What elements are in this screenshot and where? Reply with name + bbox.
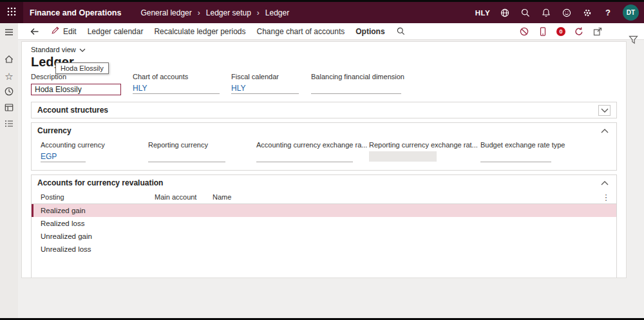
edit-button-label: Edit [63, 27, 77, 36]
sidebar-item-home[interactable] [0, 52, 18, 68]
expand-navigation-button[interactable] [0, 25, 18, 41]
fiscal-calendar-link[interactable]: HLY [231, 84, 245, 93]
waffle-icon [7, 7, 16, 19]
top-navigation-bar: Finance and Operations General ledger › … [0, 2, 644, 23]
posting-cell: Unrealized loss [41, 245, 155, 253]
section-title: Accounts for currency revaluation [37, 178, 163, 187]
grid-row-unrealized-gain[interactable]: Unrealized gain [32, 230, 616, 243]
posting-cell: Unrealized gain [41, 232, 155, 240]
page-content: Standard view Ledger Hoda Elossily Descr… [18, 40, 644, 318]
field-reporting-currency-exchange-rate: Reporting currency exchange rat... [369, 141, 480, 162]
notifications-bell-icon[interactable] [540, 7, 552, 19]
chevron-right-icon: › [198, 8, 200, 17]
accounting-currency-value[interactable]: EGP [41, 151, 86, 162]
accounting-currency-link[interactable]: EGP [41, 152, 57, 161]
app-window: Finance and Operations General ledger › … [0, 0, 644, 320]
globe-icon[interactable] [499, 7, 511, 19]
mobile-device-icon[interactable] [538, 26, 548, 37]
chart-of-accounts-label: Chart of accounts [133, 73, 225, 80]
grid-empty-space [32, 256, 616, 278]
settings-gear-icon[interactable] [582, 7, 593, 19]
breadcrumb-item-ledger-setup[interactable]: Ledger setup [206, 8, 251, 17]
currency-revaluation-header[interactable]: Accounts for currency revaluation [32, 175, 616, 191]
filter-icon[interactable] [629, 35, 638, 47]
clock-icon [4, 86, 14, 99]
open-in-new-window-icon[interactable] [592, 26, 603, 37]
grid-body: Realized gain Realized loss Unrealized g [32, 204, 616, 278]
company-picker[interactable]: HLY [475, 9, 490, 17]
chevron-down-icon[interactable] [598, 105, 611, 116]
search-icon[interactable] [520, 7, 531, 19]
chevron-up-icon[interactable] [598, 178, 611, 189]
command-bar-right-actions: 0 [519, 26, 603, 37]
field-accounting-currency-exchange-rate: Accounting currency exchange ra... [256, 141, 369, 162]
breadcrumb-item-general-ledger[interactable]: General ledger [140, 8, 191, 17]
posting-cell: Realized gain [41, 207, 155, 214]
topbar-actions: HLY ? DT [475, 5, 639, 21]
ledger-form-card: Standard view Ledger Hoda Elossily Descr… [21, 41, 627, 278]
column-header-name[interactable]: Name [213, 193, 601, 201]
chevron-down-icon [79, 46, 86, 53]
notification-count-badge[interactable]: 0 [556, 27, 565, 36]
balancing-dimension-value[interactable] [311, 83, 401, 94]
field-chart-of-accounts: Chart of accounts HLY [133, 73, 225, 95]
column-header-main-account[interactable]: Main account [155, 193, 213, 201]
refresh-icon[interactable] [574, 26, 584, 37]
change-chart-of-accounts-button[interactable]: Change chart of accounts [257, 27, 345, 36]
more-options-icon[interactable]: ⋮ [601, 193, 611, 202]
star-icon: ☆ [5, 71, 13, 81]
options-menu[interactable]: Options [355, 27, 384, 36]
sidebar-item-recent[interactable] [0, 84, 18, 100]
breadcrumb-item-ledger[interactable]: Ledger [265, 8, 289, 17]
budget-exchange-rate-type-value[interactable] [480, 151, 551, 162]
description-input[interactable] [31, 84, 121, 95]
sidebar-item-favorites[interactable]: ☆ [0, 68, 18, 84]
currency-header[interactable]: Currency [32, 123, 616, 138]
avatar[interactable]: DT [623, 5, 639, 21]
feedback-smiley-icon[interactable] [561, 7, 573, 19]
header-fields: Description Chart of accounts HLY Fiscal… [31, 73, 617, 95]
main-area: Edit Ledger calendar Recalculate ledger … [18, 23, 644, 318]
field-balancing-dimension: Balancing financial dimension [311, 73, 408, 95]
chart-of-accounts-value[interactable]: HLY [133, 83, 220, 94]
currency-fields: Accounting currency EGP Reporting curren… [32, 138, 616, 170]
grid-row-realized-loss[interactable]: Realized loss [32, 217, 616, 230]
recalculate-ledger-periods-button[interactable]: Recalculate ledger periods [154, 27, 245, 36]
fiscal-calendar-value[interactable]: HLY [231, 83, 299, 94]
reporting-currency-exchange-rate-value [369, 151, 437, 162]
command-bar: Edit Ledger calendar Recalculate ledger … [18, 23, 644, 40]
posting-cell: Realized loss [41, 220, 155, 227]
app-launcher-button[interactable] [0, 2, 23, 23]
app-title[interactable]: Finance and Operations [30, 8, 121, 17]
dismiss-icon[interactable] [519, 26, 529, 37]
section-currency-revaluation: Accounts for currency revaluation Postin… [31, 174, 617, 278]
sidebar-item-modules[interactable] [0, 117, 18, 133]
field-budget-exchange-rate-type: Budget exchange rate type [480, 141, 607, 162]
page-title: Ledger [31, 54, 617, 70]
accounting-currency-exchange-rate-value[interactable] [256, 151, 353, 162]
ledger-calendar-button[interactable]: Ledger calendar [88, 27, 144, 36]
pencil-icon [51, 26, 60, 37]
column-header-posting[interactable]: Posting [41, 193, 155, 201]
command-search-icon[interactable] [396, 26, 406, 36]
fiscal-calendar-label: Fiscal calendar [231, 73, 305, 80]
budget-exchange-rate-type-label: Budget exchange rate type [480, 141, 607, 149]
section-title: Currency [37, 126, 71, 135]
edit-button[interactable]: Edit [51, 26, 77, 37]
help-icon[interactable]: ? [602, 7, 614, 19]
back-button[interactable] [30, 26, 40, 37]
section-currency: Currency Accounting currency EGP Reporti… [31, 122, 617, 171]
account-structures-header[interactable]: Account structures [32, 102, 616, 118]
sidebar-item-workspaces[interactable] [0, 100, 18, 117]
hamburger-menu-icon [4, 27, 14, 40]
breadcrumb: General ledger › Ledger setup › Ledger [140, 8, 289, 17]
module-list-icon [4, 118, 14, 131]
grid-row-unrealized-loss[interactable]: Unrealized loss [32, 243, 616, 256]
view-selector[interactable]: Standard view [31, 45, 86, 53]
grid-row-realized-gain[interactable]: Realized gain [32, 204, 616, 217]
balancing-dimension-label: Balancing financial dimension [311, 73, 408, 80]
chevron-up-icon[interactable] [598, 126, 611, 136]
chart-of-accounts-link[interactable]: HLY [133, 84, 147, 93]
reporting-currency-value[interactable] [148, 151, 225, 162]
chevron-right-icon: › [257, 8, 260, 17]
